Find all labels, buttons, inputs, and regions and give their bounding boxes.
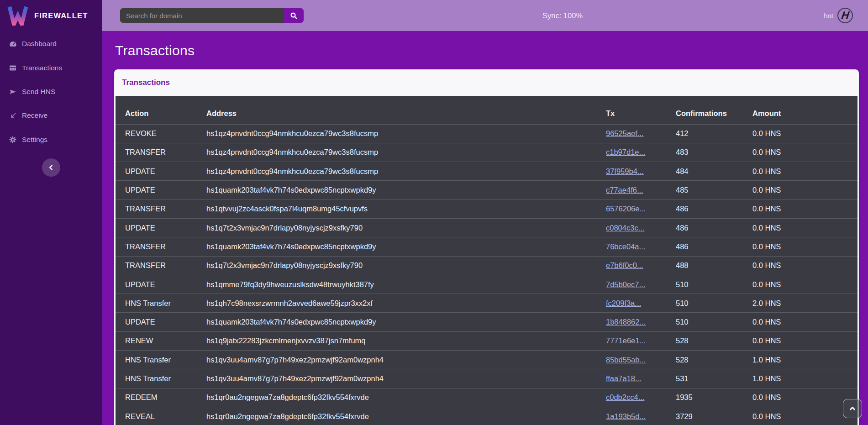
cell-confirmations: 531 — [676, 369, 752, 388]
page-title: Transactions — [115, 43, 868, 58]
cell-amount: 0.0 HNS — [752, 199, 857, 218]
cell-action: TRANSFER — [116, 143, 206, 162]
table-row: RENEWhs1q9jatx22283jzkcmlrnenjxvvzv387js… — [116, 331, 857, 350]
chevron-up-icon — [848, 404, 857, 413]
search-icon — [290, 12, 298, 20]
table-icon — [9, 64, 17, 72]
table-row: UPDATEhs1q7t2x3vmjac9n7drlapy08nyjyscjz9… — [116, 218, 857, 237]
sidebar-item-send-hns[interactable]: Send HNS — [0, 80, 102, 104]
cell-confirmations: 510 — [676, 294, 752, 313]
cell-tx: 96525aef... — [606, 124, 676, 143]
table-row: UPDATEhs1qmme79fq3dy9hweuzuslksdw48trwuy… — [116, 275, 857, 294]
search-button[interactable] — [284, 8, 304, 23]
tx-link[interactable]: 96525aef... — [606, 129, 644, 137]
tx-link[interactable]: e7b6f0c0... — [606, 261, 643, 269]
cell-tx: c1b97d1e... — [606, 143, 676, 162]
tx-link[interactable]: fc209f3a... — [606, 299, 641, 307]
cell-action: REVOKE — [116, 124, 206, 143]
table-row: UPDATEhs1quamk203taf4vk7h74s0edxpwc85ncp… — [116, 313, 857, 331]
sidebar-item-label: Send HNS — [22, 88, 55, 96]
cell-tx: 1a193b5d... — [606, 407, 676, 425]
tx-link[interactable]: 7d5b0ec7... — [606, 280, 645, 289]
cell-confirmations: 528 — [676, 351, 752, 369]
sidebar-item-transactions[interactable]: Transactions — [0, 56, 102, 79]
cell-address: hs1qtvvuj2zc4asck0fspa7l4uqm8umg45cfvupv… — [206, 199, 606, 218]
cell-confirmations: 3729 — [676, 407, 752, 425]
transactions-card: Transactions Action Address Tx Confirmat… — [114, 69, 859, 425]
cell-address: hs1qh7c98nexsrzwrmnh2avved6awe59jzpr3xx2… — [206, 294, 606, 313]
table-row: REVEALhs1qr0au2ngegwa7za8gdeptc6fp32fkv5… — [116, 407, 857, 425]
cell-action: HNS Transfer — [116, 294, 206, 313]
tx-link[interactable]: c77ae4f6... — [606, 186, 643, 194]
sidebar-item-receive[interactable]: Receive — [0, 104, 102, 127]
tx-link[interactable]: 7771e6e1... — [606, 336, 646, 345]
cell-amount: 0.0 HNS — [752, 237, 857, 256]
wallet-selector[interactable]: hot H — [824, 0, 853, 31]
tx-link[interactable]: c1b97d1e... — [606, 148, 645, 156]
tx-link[interactable]: c0804c3c... — [606, 224, 644, 232]
scroll-to-top-button[interactable] — [843, 399, 862, 418]
cell-address: hs1quamk203taf4vk7h74s0edxpwc85ncptxwpkd… — [206, 237, 606, 256]
cell-tx: c0804c3c... — [606, 218, 676, 237]
sync-status: Sync: 100% — [542, 0, 583, 31]
tx-link[interactable]: 37f959b4... — [606, 167, 644, 175]
column-header-action: Action — [116, 96, 206, 124]
cell-amount: 2.0 HNS — [752, 294, 857, 313]
cell-amount: 0.0 HNS — [752, 124, 857, 143]
cell-confirmations: 486 — [676, 237, 752, 256]
tx-link[interactable]: c0db2cc4... — [606, 393, 644, 401]
handshake-logo-icon: H — [837, 8, 853, 23]
table-header-row: Action Address Tx Confirmations Amount — [116, 96, 857, 124]
cell-confirmations: 486 — [676, 218, 752, 237]
cell-action: UPDATE — [116, 275, 206, 294]
cell-address: hs1q7t2x3vmjac9n7drlapy08nyjyscjz9xsfky7… — [206, 218, 606, 237]
sidebar-item-label: Transactions — [22, 64, 62, 72]
tx-link[interactable]: 6576206e... — [606, 205, 646, 213]
chevron-left-icon — [47, 164, 55, 171]
cell-action: REVEAL — [116, 407, 206, 425]
tx-link[interactable]: ffaa7a18... — [606, 374, 642, 383]
transactions-table-wrap: Action Address Tx Confirmations Amount R… — [116, 96, 857, 425]
cell-confirmations: 486 — [676, 199, 752, 218]
tx-link[interactable]: 85bd55ab... — [606, 356, 646, 364]
cell-amount: 0.0 HNS — [752, 162, 857, 181]
table-row: TRANSFERhs1qz4pnvdnt0ccg94nmkhcu0ezca79w… — [116, 143, 857, 162]
cell-action: TRANSFER — [116, 199, 206, 218]
cell-confirmations: 485 — [676, 181, 752, 199]
table-row: REDEEMhs1qr0au2ngegwa7za8gdeptc6fp32fkv5… — [116, 388, 857, 407]
brand[interactable]: FIREWALLET — [0, 0, 102, 31]
tx-link[interactable]: 1a193b5d... — [606, 412, 646, 420]
cell-action: TRANSFER — [116, 256, 206, 275]
cell-amount: 0.0 HNS — [752, 388, 857, 407]
column-header-tx: Tx — [606, 96, 676, 124]
cell-action: UPDATE — [116, 162, 206, 181]
cell-address: hs1quamk203taf4vk7h74s0edxpwc85ncptxwpkd… — [206, 181, 606, 199]
cell-action: TRANSFER — [116, 237, 206, 256]
cell-confirmations: 528 — [676, 331, 752, 350]
search-input[interactable] — [120, 8, 284, 23]
sidebar-item-label: Receive — [22, 111, 47, 120]
tx-link[interactable]: 76bce04a... — [606, 242, 645, 251]
table-row: HNS Transferhs1qv3uu4amv87g7p7h49xez2pmz… — [116, 369, 857, 388]
cell-tx: 1b848862... — [606, 313, 676, 331]
cell-address: hs1qr0au2ngegwa7za8gdeptc6fp32fkv554fxrv… — [206, 407, 606, 425]
cell-tx: c77ae4f6... — [606, 181, 676, 199]
table-row: HNS Transferhs1qv3uu4amv87g7p7h49xez2pmz… — [116, 351, 857, 369]
main-content: Transactions Transactions Action Address… — [102, 31, 868, 425]
sidebar-item-settings[interactable]: Settings — [0, 128, 102, 152]
cell-address: hs1qz4pnvdnt0ccg94nmkhcu0ezca79wc3s8fucs… — [206, 162, 606, 181]
sidebar-item-dashboard[interactable]: Dashboard — [0, 32, 102, 56]
cell-address: hs1qr0au2ngegwa7za8gdeptc6fp32fkv554fxrv… — [206, 388, 606, 407]
receive-icon — [9, 112, 17, 120]
cell-action: HNS Transfer — [116, 351, 206, 369]
cell-tx: e7b6f0c0... — [606, 256, 676, 275]
tx-link[interactable]: 1b848862... — [606, 318, 646, 326]
cell-action: RENEW — [116, 331, 206, 350]
table-row: UPDATEhs1quamk203taf4vk7h74s0edxpwc85ncp… — [116, 181, 857, 199]
cell-tx: 7d5b0ec7... — [606, 275, 676, 294]
cell-address: hs1qz4pnvdnt0ccg94nmkhcu0ezca79wc3s8fucs… — [206, 124, 606, 143]
table-row: TRANSFERhs1q7t2x3vmjac9n7drlapy08nyjyscj… — [116, 256, 857, 275]
cell-address: hs1qmme79fq3dy9hweuzuslksdw48trwuyhkt387… — [206, 275, 606, 294]
sidebar-collapse-button[interactable] — [42, 158, 60, 177]
transactions-table: Action Address Tx Confirmations Amount R… — [116, 96, 857, 425]
